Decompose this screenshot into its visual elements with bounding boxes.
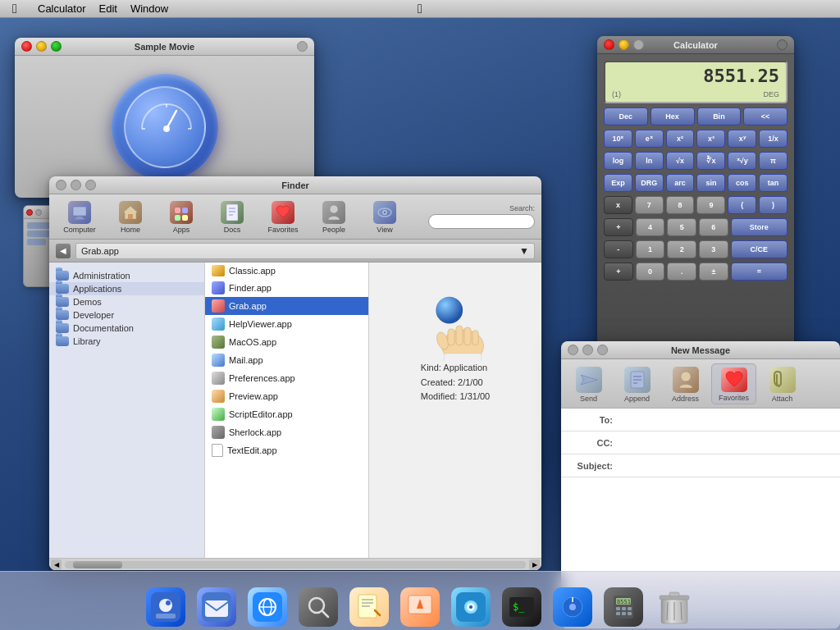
msg-zoom-button[interactable] — [597, 345, 608, 355]
calc-close-button[interactable] — [604, 39, 614, 50]
dock-item-disk[interactable] — [549, 579, 596, 627]
dock-item-ie[interactable] — [244, 579, 291, 627]
calc-btn-arc[interactable]: arc — [666, 174, 695, 192]
calc-btn-plusminus[interactable]: ± — [699, 262, 728, 281]
movie-minimize-button[interactable] — [36, 41, 47, 52]
file-item-scripteditor[interactable]: ScriptEditor.app — [205, 405, 368, 423]
finder-btn-people[interactable]: People — [310, 198, 358, 235]
file-item-sherlock[interactable]: Sherlock.app — [205, 423, 368, 441]
finder-btn-view[interactable]: View — [361, 198, 409, 235]
calc-btn-7[interactable]: 7 — [635, 196, 664, 214]
calc-zoom-button[interactable] — [633, 39, 644, 50]
calc-btn-6[interactable]: 6 — [699, 218, 728, 236]
calc-btn-2[interactable]: 2 — [667, 240, 696, 258]
movie-close-button[interactable] — [21, 41, 32, 52]
calc-btn-ln[interactable]: ln — [635, 152, 664, 170]
sidebar-item-documentation[interactable]: Documentation — [49, 322, 204, 335]
calc-btn-ex[interactable]: eˣ — [635, 130, 664, 148]
calc-btn-sqrt[interactable]: √x — [666, 152, 695, 170]
calc-btn-exp[interactable]: Exp — [604, 174, 632, 192]
calc-btn-cbrt[interactable]: ∛x — [696, 152, 725, 170]
scroll-left-arrow[interactable]: ◀ — [51, 559, 62, 570]
movie-titlebar[interactable]: Sample Movie — [15, 38, 314, 56]
dock-item-iphoto[interactable] — [447, 579, 495, 627]
dock-item-textedit[interactable] — [345, 579, 393, 627]
menubar-edit[interactable]: Edit — [93, 2, 124, 15]
finder-btn-computer[interactable]: Computer — [56, 198, 103, 235]
finder-btn-favorites[interactable]: Favorites — [259, 198, 307, 235]
back-arrow[interactable]: ◀ — [56, 244, 71, 258]
scrollbar-track[interactable] — [65, 561, 526, 568]
calc-btn-drg[interactable]: DRG — [635, 174, 664, 192]
file-item-prefs[interactable]: Preferences.app — [205, 369, 368, 387]
dock-item-terminal[interactable]: $_ — [498, 579, 546, 627]
sidebar-item-developer[interactable]: Developer — [49, 308, 204, 322]
scrollbar-thumb[interactable] — [73, 561, 122, 568]
calc-btn-store[interactable]: Store — [731, 218, 788, 236]
calc-btn-bin[interactable]: Bin — [697, 107, 742, 126]
file-item-helpviewer[interactable]: HelpViewer.app — [205, 315, 368, 333]
calc-btn-hex[interactable]: Hex — [651, 107, 695, 126]
msg-to-input[interactable] — [619, 415, 833, 425]
menubar-calculator[interactable]: Calculator — [31, 2, 93, 15]
calc-btn-cos[interactable]: cos — [728, 174, 756, 192]
calc-btn-equals[interactable]: = — [731, 262, 788, 281]
file-item-mailapp[interactable]: Mail.app — [205, 351, 368, 369]
sidebar-item-library[interactable]: Library — [49, 335, 204, 348]
path-disclosure[interactable]: ▼ — [519, 245, 529, 257]
calc-btn-5[interactable]: 5 — [667, 218, 696, 236]
file-item-grabapp[interactable]: Grab.app — [205, 297, 368, 315]
calc-btn-clear[interactable]: C/CE — [731, 240, 788, 258]
menubar-window[interactable]: Window — [124, 2, 175, 15]
finder-btn-apps[interactable]: Apps — [158, 198, 205, 235]
calc-btn-10x[interactable]: 10ˣ — [604, 130, 632, 148]
calc-btn-rparen[interactable]: ) — [759, 196, 788, 214]
calc-btn-x3[interactable]: x³ — [696, 130, 725, 148]
finder-titlebar[interactable]: Finder — [49, 176, 541, 194]
calc-btn-decimal[interactable]: . — [667, 262, 696, 281]
finder-btn-docs[interactable]: Docs — [208, 198, 256, 235]
finder-btn-home[interactable]: Home — [107, 198, 154, 235]
file-item-macosapp[interactable]: MacOS.app — [205, 333, 368, 351]
msg-close-button[interactable] — [568, 345, 578, 355]
dock-item-calc[interactable]: 8551 — [600, 579, 647, 627]
calc-btn-8[interactable]: 8 — [666, 196, 695, 214]
calc-collapse-button[interactable] — [777, 39, 788, 50]
sidebar-item-demos[interactable]: Demos — [49, 295, 204, 308]
msg-cc-input[interactable] — [619, 438, 833, 448]
finder-close-button[interactable] — [56, 180, 66, 190]
calc-btn-times[interactable]: x — [604, 196, 632, 214]
calc-btn-shift[interactable]: << — [743, 107, 788, 126]
msg-btn-favorites[interactable]: Favorites — [711, 363, 756, 404]
file-item-textedit[interactable]: TextEdit.app — [205, 441, 368, 459]
file-item-preview[interactable]: Preview.app — [205, 387, 368, 405]
calc-btn-9[interactable]: 9 — [696, 196, 725, 214]
file-item-classicapp[interactable]: Classic.app — [205, 262, 368, 279]
msg-titlebar[interactable]: New Message — [561, 341, 840, 359]
dock-item-mail[interactable] — [193, 579, 240, 627]
finder-minimize-button[interactable] — [71, 180, 81, 190]
msg-btn-address[interactable]: Address — [663, 363, 708, 404]
calc-btn-xrty[interactable]: ˣ√y — [728, 152, 756, 170]
calc-minimize-button[interactable] — [619, 39, 629, 50]
finder-zoom-button[interactable] — [85, 180, 96, 190]
scroll-right-arrow[interactable]: ▶ — [529, 559, 540, 570]
movie-zoom-button[interactable] — [51, 41, 62, 52]
msg-subject-input[interactable] — [619, 461, 833, 471]
calc-btn-dec[interactable]: Dec — [604, 107, 648, 126]
dock-item-finder[interactable] — [142, 579, 189, 627]
calc-btn-4[interactable]: 4 — [636, 218, 665, 236]
calc-btn-x2[interactable]: x² — [666, 130, 695, 148]
msg-btn-send[interactable]: Send — [566, 363, 611, 404]
calc-btn-log[interactable]: log — [604, 152, 632, 170]
calc-btn-sin[interactable]: sin — [696, 174, 725, 192]
calc-btn-minus[interactable]: - — [604, 240, 633, 258]
sidebar-item-administration[interactable]: Administration — [49, 269, 204, 282]
calc-btn-3[interactable]: 3 — [699, 240, 728, 258]
calc-titlebar[interactable]: Calculator — [597, 36, 794, 54]
calc-btn-1[interactable]: 1 — [636, 240, 665, 258]
msg-minimize-button[interactable] — [582, 345, 593, 355]
msg-btn-attach[interactable]: Attach — [760, 363, 805, 404]
calc-btn-pi[interactable]: π — [759, 152, 788, 170]
apple-menu[interactable]:  — [7, 1, 23, 17]
